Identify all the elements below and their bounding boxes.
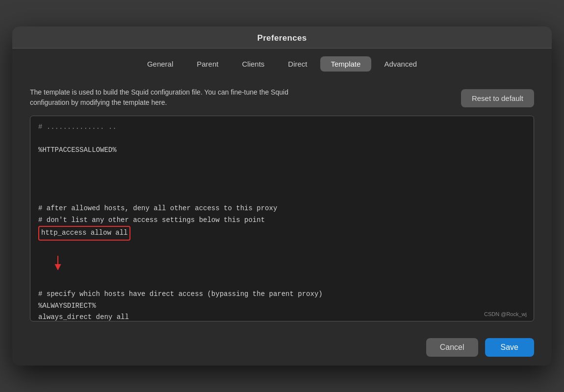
info-row: The template is used to build the Squid … (30, 87, 534, 108)
line-comment3: # specify which hosts have direct access… (38, 290, 323, 298)
content-area: The template is used to build the Squid … (12, 78, 552, 330)
bottom-bar: Cancel Save (12, 330, 552, 366)
tab-advanced[interactable]: Advanced (373, 56, 428, 72)
tab-general[interactable]: General (136, 56, 184, 72)
line-alwaysdirect: %ALWAYSDIRECT% (38, 302, 96, 310)
arrow-icon (53, 253, 82, 273)
template-editor[interactable]: # .............. .. %HTTPACCESSALLOWED% … (30, 116, 534, 321)
tab-bar: General Parent Clients Direct Template A… (12, 49, 552, 78)
description-text: The template is used to build the Squid … (30, 87, 314, 108)
dialog-title: Preferences (12, 33, 552, 43)
watermark-text: CSDN @Rock_wj (484, 311, 527, 317)
line-comment2: # don't list any other access settings b… (38, 216, 265, 224)
tab-parent[interactable]: Parent (186, 56, 229, 72)
tab-clients[interactable]: Clients (231, 56, 275, 72)
preferences-dialog: Preferences General Parent Clients Direc… (12, 26, 552, 366)
editor-content-lower[interactable]: # specify which hosts have direct access… (38, 277, 526, 321)
cancel-button[interactable]: Cancel (426, 338, 478, 357)
arrow-annotation (53, 253, 526, 273)
highlighted-line: http_access allow all (38, 226, 130, 241)
line-httpacess: %HTTPACCESSALLOWED% (38, 146, 117, 154)
reset-default-button[interactable]: Reset to default (461, 89, 534, 107)
line-always-direct-deny: always_direct deny all (38, 313, 129, 321)
title-bar: Preferences (12, 26, 552, 49)
save-button[interactable]: Save (485, 338, 534, 357)
editor-top-fade: # .............. .. (38, 123, 526, 131)
tab-direct[interactable]: Direct (277, 56, 318, 72)
tab-template[interactable]: Template (320, 56, 372, 72)
line-comment1: # after allowed hosts, deny all other ac… (38, 204, 277, 212)
editor-content[interactable]: %HTTPACCESSALLOWED% # after allowed host… (38, 133, 526, 252)
